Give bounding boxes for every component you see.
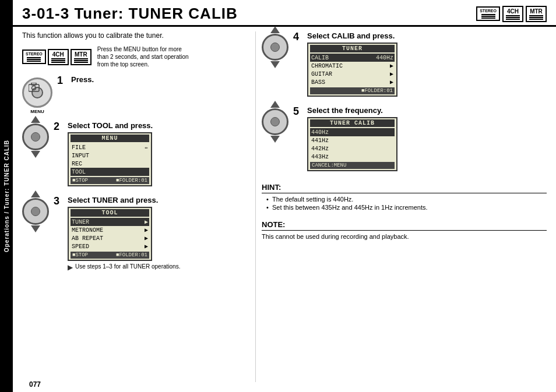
menu-label: MENU [30, 109, 44, 114]
step-2-screen-footer: ■STOP ■FOLDER:01 [71, 177, 149, 184]
svg-rect-2 [31, 83, 36, 85]
main-content: 3-01-3 Tuner: TUNER CALIB STEREO 4CH [13, 0, 556, 392]
right-column: 4 Select CALIB and press. TUNER CALIB440… [262, 31, 547, 382]
dial-icon-3 [22, 198, 49, 225]
svg-point-1 [32, 86, 36, 90]
step-1-num: 1 [57, 75, 66, 86]
step-4-screen-footer: ■FOLDER:01 [310, 87, 395, 94]
step-2-screen-title: MENU [71, 135, 149, 142]
column-separator [255, 31, 256, 382]
screen-2-row-2: INPUT [71, 151, 149, 160]
step-4-screen-title: TUNER [310, 45, 395, 52]
screen-4-row-4: BASS ▶ [310, 78, 395, 86]
step-4-content: Select CALIB and press. TUNER CALIB440Hz… [307, 31, 547, 97]
hint-section: HINT: The default setting is 440Hz. Set … [262, 183, 547, 212]
step-2-row: 2 Select TOOL and press. MENU FILE ✏ INP… [22, 121, 249, 189]
step-3-screen-title: TOOL [71, 209, 149, 217]
4ch-badge: 4CH [502, 6, 523, 22]
step-2-screen: MENU FILE ✏ INPUT REC TOOL ■STOP ■FOLDER… [68, 132, 152, 186]
step-1: 1 Press. [57, 75, 249, 86]
menu-knob-icon [22, 77, 52, 108]
hint-list: The default setting is 440Hz. Set this b… [262, 196, 547, 211]
step-5-label: Select the frequency. [307, 106, 547, 115]
page-content: This function allows you to calibrate th… [13, 27, 556, 387]
page-header: 3-01-3 Tuner: TUNER CALIB STEREO 4CH [13, 0, 556, 27]
page-number: 077 [29, 380, 41, 389]
screen-4-row-2: CHROMATIC ▶ [310, 62, 395, 70]
step-3-screen-footer: ■STOP ■FOLDER:01 [71, 252, 149, 259]
mode-description: Press the MENU button for more than 2 se… [97, 45, 189, 68]
screen-3-row-1: TUNER ▶ [71, 218, 149, 226]
step-3-num: 3 [54, 196, 63, 206]
left-tab-label: Operations / Tuner: TUNER CALIB [3, 140, 10, 252]
hint-item-1: The default setting is 440Hz. [266, 196, 547, 203]
step-3-note: ▶ Use steps 1–3 for all TUNER operations… [68, 263, 249, 271]
step-4-row: 4 Select CALIB and press. TUNER CALIB440… [262, 31, 547, 99]
step-3-content: Select TUNER and press. TOOL TUNER ▶ MET… [68, 196, 249, 271]
mtr-label: MTR [530, 8, 543, 15]
step-5-screen-title: TUNER CALIB [310, 119, 395, 127]
step-5-content: Select the frequency. TUNER CALIB 440Hz … [307, 106, 547, 171]
mode-badges: STEREO 4CH MTR [22, 49, 92, 65]
step-2-label: Select TOOL and press. [68, 121, 249, 130]
screen-5-row-2: 441Hz [310, 136, 395, 144]
screen-3-row-4: SPEED ▶ [71, 242, 149, 250]
step-5-screen: TUNER CALIB 440Hz 441Hz 442Hz 443Hz CANC… [307, 117, 397, 171]
screen-4-row-3: GUITAR ▶ [310, 70, 395, 78]
screen-2-row-4: TOOL [71, 168, 149, 176]
step-2-content: Select TOOL and press. MENU FILE ✏ INPUT… [68, 121, 249, 186]
step-1-label: Press. [71, 75, 249, 84]
step-3-row: 3 Select TUNER and press. TOOL TUNER ▶ M… [22, 196, 249, 274]
stereo-badge: STEREO [476, 6, 500, 21]
mode-box: STEREO 4CH MTR Press the MENU button for… [22, 45, 249, 68]
step-1-content: Press. [71, 75, 249, 86]
dial-icon-5 [262, 108, 288, 135]
screen-5-row-1: 440Hz [310, 128, 395, 136]
screen-2-row-1: FILE ✏ [71, 143, 149, 151]
screen-2-row-3: REC [71, 160, 149, 168]
step-4-label: Select CALIB and press. [307, 31, 547, 40]
mode-stereo-badge: STEREO [22, 50, 46, 64]
step-2-num: 2 [54, 121, 63, 132]
step-5-row: 5 Select the frequency. TUNER CALIB 440H… [262, 106, 547, 174]
screen-3-row-2: METRONOME ▶ [71, 226, 149, 234]
step-5-screen-footer: CANCEL:MENU [310, 162, 395, 169]
stereo-label: STEREO [480, 9, 497, 13]
mode-4ch-badge: 4CH [48, 49, 69, 65]
left-column: This function allows you to calibrate th… [22, 31, 249, 382]
step-3-screen: TOOL TUNER ▶ METRONOME ▶ AB REPEAT ▶ SPE… [68, 207, 152, 261]
screen-5-row-3: 442Hz [310, 144, 395, 153]
mtr-badge: MTR [526, 6, 547, 22]
page-title: 3-01-3 Tuner: TUNER CALIB [22, 5, 238, 23]
screen-4-row-1: CALIB440Hz [310, 54, 395, 62]
screen-5-row-4: 443Hz [310, 153, 395, 161]
dial-icon-2 [22, 123, 49, 150]
header-icons: STEREO 4CH MTR [476, 6, 547, 22]
4ch-label: 4CH [507, 8, 519, 15]
step-4-num: 4 [293, 31, 302, 42]
note-section: NOTE: This cannot be used during recordi… [262, 217, 547, 240]
note-title: NOTE: [262, 220, 547, 231]
intro-text: This function allows you to calibrate th… [22, 31, 249, 40]
step-1-row: MENU 1 Press. [22, 75, 249, 114]
step-4-screen: TUNER CALIB440Hz CHROMATIC ▶ GUITAR ▶ BA… [307, 43, 397, 97]
step-4: 4 Select CALIB and press. TUNER CALIB440… [293, 31, 547, 97]
hint-title: HINT: [262, 183, 547, 193]
step-3: 3 Select TUNER and press. TOOL TUNER ▶ M… [54, 196, 249, 271]
step3-arrow-icon: ▶ [68, 263, 73, 271]
mode-mtr-badge: MTR [71, 49, 92, 65]
step-3-label: Select TUNER and press. [68, 196, 249, 204]
left-tab: Operations / Tuner: TUNER CALIB [0, 0, 13, 392]
step-5-num: 5 [293, 106, 302, 116]
step-5: 5 Select the frequency. TUNER CALIB 440H… [293, 106, 547, 171]
step-2: 2 Select TOOL and press. MENU FILE ✏ INP… [54, 121, 249, 186]
hint-item-2: Set this between 435Hz and 445Hz in 1Hz … [266, 204, 547, 211]
note-text: This cannot be used during recording and… [262, 233, 547, 240]
dial-icon-4 [262, 34, 288, 61]
screen-3-row-3: AB REPEAT ▶ [71, 234, 149, 242]
